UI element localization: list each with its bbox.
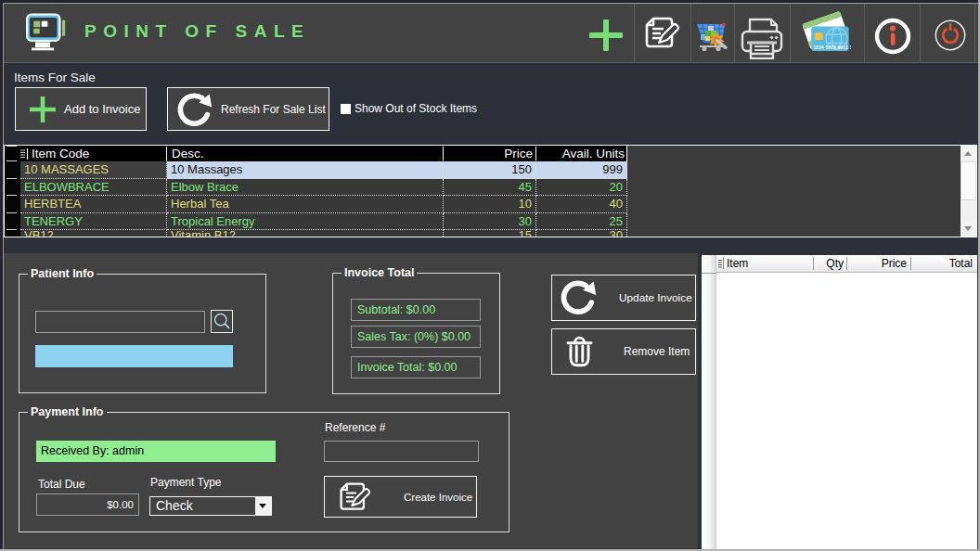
- svg-text:1234 5678 9012 3456: 1234 5678 9012 3456: [814, 45, 852, 50]
